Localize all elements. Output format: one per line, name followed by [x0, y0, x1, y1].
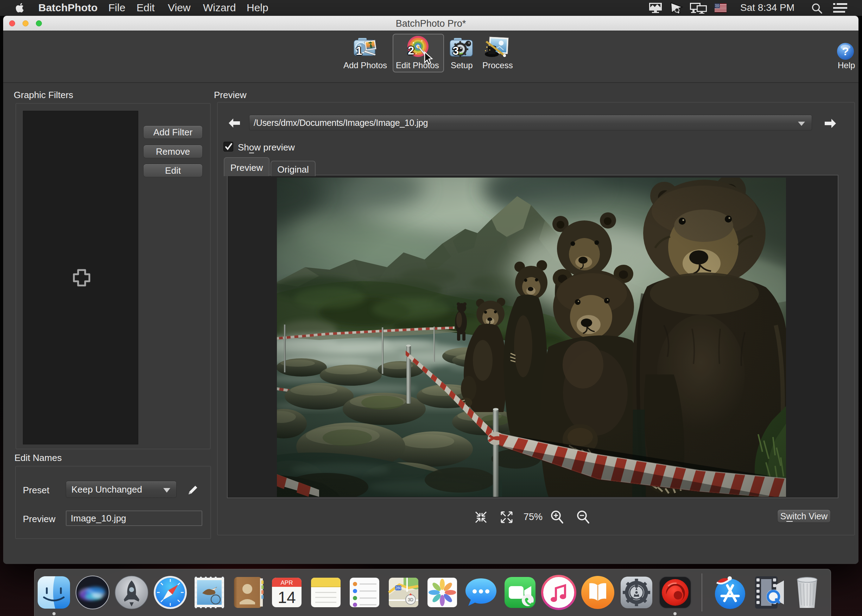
svg-text:3D: 3D [408, 597, 413, 602]
svg-text:APR: APR [281, 580, 293, 586]
svg-text:280: 280 [396, 586, 402, 590]
svg-text:14: 14 [277, 588, 296, 607]
svg-text:?: ? [842, 45, 849, 58]
